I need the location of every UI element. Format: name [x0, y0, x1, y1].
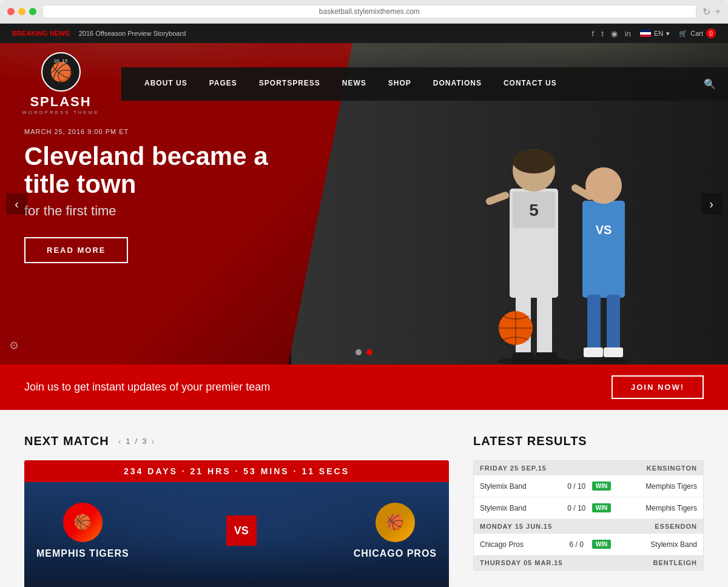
next-match-section: NEXT MATCH ‹ 1 / 3 › 234 DAYS · 21 HRS ·… [24, 434, 449, 587]
nav-item-sportspress[interactable]: SPORTSPRESS [248, 67, 331, 101]
result-row-2: Stylemix Band 0 / 10 WIN Memphis Tigers [474, 497, 703, 519]
win-badge-1: WIN [592, 481, 611, 491]
team-away-badge-icon: 🏀 [386, 514, 404, 531]
date-label-3: THURSDAY 05 MAR.15 [480, 559, 563, 566]
team-home-badge-icon: 🏀 [73, 514, 92, 531]
address-bar[interactable]: basketball.stylemixthemes.com [42, 5, 696, 18]
result-score-1: 0 / 10 [566, 482, 587, 491]
result-row-3: Chicago Pros 6 / 0 WIN Stylemix Band [474, 534, 703, 555]
result-score-2: 0 / 10 [566, 504, 587, 512]
breaking-news-label: BREAKING NEWS [12, 30, 70, 37]
venue-label-2: ESSENDON [655, 523, 697, 530]
venue-label-1: KENSINGTON [647, 465, 697, 472]
svg-rect-11 [536, 352, 557, 363]
cart-count: 0 [706, 29, 716, 38]
twitter-icon[interactable]: t [601, 29, 604, 38]
logo-sub: WORDPRESS THEME [22, 110, 99, 115]
main-nav: ABOUT US PAGES SPORTSPRESS NEWS SHOP DON… [121, 67, 728, 101]
results-list: FRIDAY 25 SEP.15 KENSINGTON Stylemix Ban… [473, 460, 704, 571]
team-home-name: MEMPHIS TIGERS [36, 548, 129, 559]
settings-icon[interactable]: ⚙ [9, 339, 19, 352]
svg-rect-9 [537, 295, 552, 355]
top-bar-right: f t ◉ in EN ▾ 🛒 Cart 0 [592, 29, 716, 38]
cart-area[interactable]: 🛒 Cart 0 [679, 29, 716, 38]
logo-year: 20 15 [54, 58, 67, 64]
result-score-3: 6 / 0 [566, 540, 587, 549]
results-section: LATEST RESULTS FRIDAY 25 SEP.15 KENSINGT… [473, 434, 704, 587]
join-now-button[interactable]: JOIN NOW! [612, 375, 704, 399]
svg-point-15 [585, 167, 622, 204]
logo-circle: 🏀 20 15 [41, 52, 81, 92]
svg-rect-16 [587, 295, 601, 352]
read-more-button[interactable]: READ MORE [24, 237, 128, 263]
instagram-icon[interactable]: ◉ [611, 29, 618, 38]
hero-section: 5 VS 🏀 [0, 43, 728, 364]
team-away: 🏀 CHICAGO PROS [354, 503, 437, 559]
svg-text:5: 5 [529, 201, 539, 220]
top-bar: BREAKING NEWS 2016 Offseason Preview Sto… [0, 24, 728, 43]
hero-subtitle: for the first time [24, 203, 279, 219]
slider-dot-2[interactable] [366, 349, 372, 355]
svg-point-5 [513, 149, 555, 173]
join-bar: Join us to get instant updates of your p… [0, 364, 728, 410]
social-icons: f t ◉ in [592, 29, 631, 38]
reload-icon[interactable]: ↻ [703, 6, 710, 18]
next-match-title: NEXT MATCH [24, 434, 109, 448]
nav-item-about[interactable]: ABOUT US [133, 67, 198, 101]
new-tab-icon[interactable]: + [715, 6, 721, 18]
next-match-header: NEXT MATCH ‹ 1 / 3 › [24, 434, 449, 448]
svg-rect-18 [584, 347, 603, 357]
lang-selector[interactable]: EN ▾ [640, 30, 670, 38]
cart-label: Cart [690, 30, 703, 37]
hero-title: Cleveland became a title town [24, 143, 279, 198]
nav-item-pages[interactable]: PAGES [198, 67, 248, 101]
browser-actions: ↻ + [703, 6, 721, 18]
match-inner: 🏀 MEMPHIS TIGERS VS 🏀 CHICAGO PROS [24, 482, 449, 579]
nav-bar: 🏀 20 15 SPLASH WORDPRESS THEME ABOUT US … [0, 43, 728, 124]
results-header: LATEST RESULTS [473, 434, 704, 448]
svg-rect-19 [604, 347, 623, 357]
facebook-icon[interactable]: f [592, 29, 595, 38]
match-prev-arrow[interactable]: ‹ [118, 437, 121, 446]
venue-label-3: BENTLEIGH [653, 559, 697, 566]
maximize-dot[interactable] [29, 8, 36, 15]
slider-prev-arrow[interactable]: ‹ [6, 193, 27, 215]
match-card: 234 DAYS · 21 HRS · 53 MINS · 11 SECS 🏀 … [24, 460, 449, 587]
top-bar-left: BREAKING NEWS 2016 Offseason Preview Sto… [12, 30, 186, 37]
search-icon[interactable]: 🔍 [704, 78, 716, 90]
logo-area: 🏀 20 15 SPLASH WORDPRESS THEME [0, 43, 121, 124]
news-text: 2016 Offseason Preview Storyboard [79, 30, 186, 37]
browser-chrome: basketball.stylemixthemes.com ↻ + [0, 0, 728, 24]
linkedin-icon[interactable]: in [625, 29, 631, 38]
lang-label: EN [654, 30, 663, 37]
nav-item-news[interactable]: NEWS [331, 67, 377, 101]
svg-rect-13 [582, 201, 625, 298]
join-text: Join us to get instant updates of your p… [24, 381, 270, 394]
main-content: NEXT MATCH ‹ 1 / 3 › 234 DAYS · 21 HRS ·… [0, 410, 728, 587]
nav-item-shop[interactable]: SHOP [377, 67, 422, 101]
svg-text:VS: VS [596, 223, 612, 236]
team-home-badge: 🏀 [63, 503, 103, 542]
date-row-3: THURSDAY 05 MAR.15 BENTLEIGH [474, 555, 703, 570]
vs-block: VS [226, 515, 257, 546]
result-team2-2: Memphis Tigers [616, 504, 697, 512]
slider-next-arrow[interactable]: › [701, 193, 722, 215]
match-info: NBA FINALS APRIL 28, 2017 - 18:35 [24, 579, 449, 587]
team-away-badge: 🏀 [376, 503, 415, 542]
minimize-dot[interactable] [18, 8, 25, 15]
results-title: LATEST RESULTS [473, 434, 587, 448]
svg-rect-10 [513, 352, 534, 363]
result-team1-2: Stylemix Band [480, 504, 561, 512]
svg-point-12 [570, 357, 631, 364]
logo-name: SPLASH [30, 94, 91, 110]
result-row-1: Stylemix Band 0 / 10 WIN Memphis Tigers [474, 475, 703, 497]
hero-content: MARCH 25, 2016 9:00 PM ET Cleveland beca… [24, 128, 279, 263]
slider-dot-1[interactable] [356, 349, 362, 355]
result-team2-3: Stylemix Band [616, 540, 697, 549]
nav-item-donations[interactable]: DONATIONS [422, 67, 493, 101]
hero-date: MARCH 25, 2016 9:00 PM ET [24, 128, 279, 135]
close-dot[interactable] [7, 8, 15, 15]
match-next-arrow[interactable]: › [151, 437, 154, 446]
nav-item-contact[interactable]: CONTACT US [493, 67, 568, 101]
date-label-2: MONDAY 15 JUN.15 [480, 523, 552, 530]
